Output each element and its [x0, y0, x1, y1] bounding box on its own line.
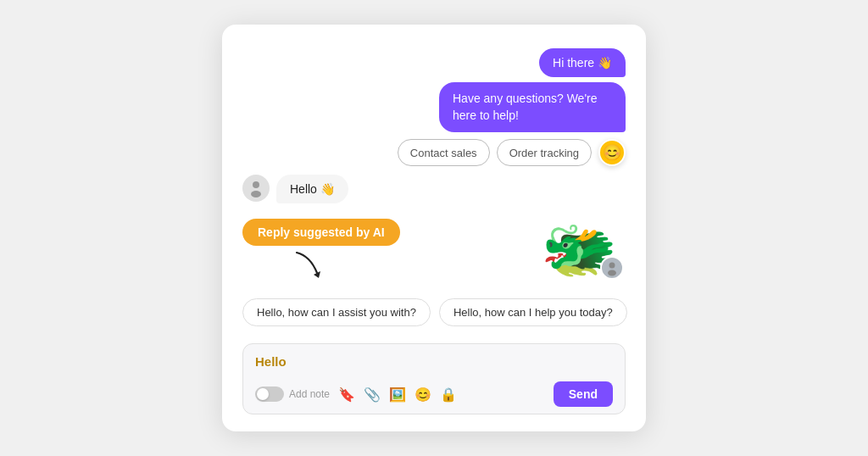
image-icon[interactable]: 🖼️: [389, 386, 406, 403]
monster-illustration: 🐲: [541, 219, 617, 280]
agent-status-icon: 😊: [598, 139, 626, 166]
add-note-label: Add note: [289, 388, 330, 400]
quick-replies-row: Contact sales Order tracking 😊: [398, 139, 626, 166]
ai-badge: Reply suggested by AI: [242, 219, 400, 246]
bookmark-icon[interactable]: 🔖: [338, 386, 355, 403]
svg-point-1: [251, 191, 261, 197]
attachment-icon[interactable]: 📎: [364, 386, 381, 403]
order-tracking-button[interactable]: Order tracking: [497, 139, 592, 166]
outgoing-bubble-2: Have any questions? We're here to help!: [439, 82, 626, 132]
svg-point-3: [609, 263, 615, 269]
send-button[interactable]: Send: [554, 381, 613, 407]
emoji-icon[interactable]: 😊: [415, 386, 431, 403]
chat-window: Hi there 👋 Have any questions? We're her…: [222, 25, 646, 431]
svg-point-4: [608, 270, 616, 276]
input-toolbar: Add note 🔖 📎 🖼️ 😊 🔒 Send: [255, 381, 613, 407]
outgoing-messages: Hi there 👋 Have any questions? We're her…: [242, 48, 626, 166]
incoming-message-row: Hello 👋: [242, 175, 626, 203]
user-avatar: [242, 175, 270, 202]
suggested-reply-1[interactable]: Hello, how can I assist you with?: [242, 298, 431, 326]
agent-avatar-small: [600, 256, 624, 280]
ai-arrow-icon: [293, 249, 327, 280]
toolbar-left: Add note 🔖 📎 🖼️ 😊 🔒: [255, 386, 457, 403]
suggested-reply-2[interactable]: Hello, how can I help you today?: [439, 298, 627, 326]
outgoing-bubble-1: Hi there 👋: [539, 48, 626, 77]
contact-sales-button[interactable]: Contact sales: [398, 139, 490, 166]
toggle-knob: [257, 388, 269, 400]
add-note-toggle-wrap: Add note: [255, 386, 330, 402]
message-input-text[interactable]: Hello: [255, 354, 613, 375]
svg-point-0: [253, 181, 259, 188]
ai-area: Reply suggested by AI 🐲: [242, 219, 626, 280]
suggested-replies-row: Hello, how can I assist you with? Hello,…: [242, 298, 626, 326]
add-note-toggle[interactable]: [255, 386, 284, 402]
messages-area: Hi there 👋 Have any questions? We're her…: [242, 48, 626, 343]
incoming-bubble: Hello 👋: [276, 175, 348, 203]
lock-icon[interactable]: 🔒: [440, 386, 457, 403]
message-input-area: Hello Add note 🔖 📎 🖼️ 😊 🔒 Send: [242, 343, 626, 414]
